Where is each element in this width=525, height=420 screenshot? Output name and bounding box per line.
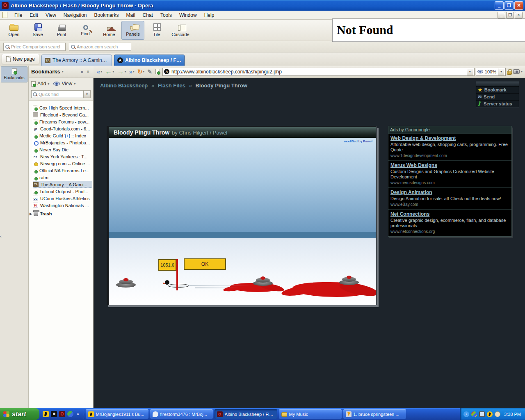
restore-button[interactable]: ❐ <box>504 1 514 10</box>
ad-title-link[interactable]: Net Connections <box>390 211 509 217</box>
menu-window[interactable]: Window <box>176 11 201 19</box>
expander-icon[interactable]: ▶ <box>30 212 32 216</box>
dropdown-icon[interactable]: ▾ <box>112 70 114 73</box>
zoom-control[interactable]: 100% ▾ <box>476 68 506 76</box>
tab-the-armory[interactable]: TA The Armory :: A Gaming C... <box>41 55 112 66</box>
ads-header-link[interactable]: Ads by Goooooogle <box>388 126 511 133</box>
bookmarks-panel-selector[interactable]: Bookmarks <box>1 66 27 82</box>
bookmark-item[interactable]: Firearms Forums - pow... <box>33 118 92 125</box>
menu-bookmarks[interactable]: Bookmarks <box>91 11 123 19</box>
ok-button[interactable]: OK <box>184 258 226 270</box>
display-tray-icon[interactable] <box>479 411 485 417</box>
rewind-button[interactable]: « ▾ <box>96 68 103 75</box>
server-status-action[interactable]: Server status <box>476 100 519 107</box>
task-mrbojangles[interactable]: MrBojangles1911's Bu... <box>86 409 148 419</box>
bookmark-item[interactable]: Official NA Firearms Le... <box>33 167 92 174</box>
tile-button[interactable]: Tile <box>145 21 168 40</box>
reload-button[interactable]: ↻ ▾ <box>137 68 146 75</box>
dropdown-icon[interactable]: ▾ <box>143 70 144 73</box>
print-button[interactable]: Print <box>50 21 73 40</box>
menu-edit[interactable]: Edit <box>26 11 42 19</box>
bookmark-item[interactable]: Filecloud - Beyond Ga... <box>33 111 92 118</box>
bookmark-item[interactable]: Medic Guild }+{ :: Index <box>33 132 92 139</box>
menu-mail[interactable]: Mail <box>123 11 139 19</box>
send-action[interactable]: ✉ Send <box>476 93 519 100</box>
amazon-searchbox[interactable] <box>69 43 131 51</box>
bookmark-item[interactable]: Cox High Speed Intern... <box>33 104 92 111</box>
panels-button[interactable]: Panels <box>121 21 144 40</box>
add-bookmark-button[interactable]: Add ▾ <box>31 81 49 87</box>
mdi-close-button[interactable]: × <box>515 12 523 18</box>
menu-file[interactable]: File <box>11 11 26 19</box>
new-page-button[interactable]: New page <box>2 54 39 64</box>
task-albino-blacksheep[interactable]: O Albino Blacksheep / Fl... <box>215 409 277 419</box>
tab-albino-blacksheep[interactable]: A Albino Blacksheep / Flash /... <box>114 55 185 66</box>
view-button[interactable]: View ▾ <box>53 81 75 87</box>
breadcrumb-link-home[interactable]: Albino Blacksheep <box>100 82 148 89</box>
ad-title-link[interactable]: Merus Web Designs <box>390 162 509 168</box>
quick-find-box[interactable] <box>31 90 84 98</box>
bookmark-item[interactable]: WWashington Nationals ... <box>33 202 92 209</box>
quick-find-input[interactable] <box>39 92 75 97</box>
task-winamp[interactable]: 1. bruce springsteen ... <box>343 409 406 419</box>
open-button[interactable]: Open <box>2 21 25 40</box>
cascade-button[interactable]: Cascade <box>169 21 192 40</box>
security-lock-icon[interactable] <box>507 71 512 75</box>
mdi-restore-button[interactable]: ❐ <box>506 12 514 18</box>
edit-page-button[interactable]: ✎ <box>146 68 153 75</box>
aim-quicklaunch-icon[interactable] <box>43 411 49 417</box>
ad-title-link[interactable]: Design Animation <box>390 189 509 195</box>
menu-navigation[interactable]: Navigation <box>60 11 91 19</box>
bookmark-item-selected[interactable]: TAThe Armory :: A Gami... <box>33 181 92 188</box>
dropdown-icon[interactable]: ▾ <box>521 70 523 73</box>
bookmark-item[interactable]: Newegg.com -- Online ... <box>33 160 92 167</box>
find-button[interactable]: Find <box>74 21 97 40</box>
forward-button[interactable]: → ▾ <box>116 68 127 76</box>
menu-help[interactable]: Help <box>201 11 218 19</box>
scheduler-tray-icon[interactable] <box>495 411 500 417</box>
bookmark-item[interactable]: ratm <box>33 174 92 181</box>
bookmark-item[interactable]: MrBojangles - Photobu... <box>33 139 92 146</box>
bookmark-item[interactable]: Tutorial Outpost - Phot... <box>33 188 92 195</box>
price-comparison-searchbox[interactable] <box>3 43 66 51</box>
address-field[interactable]: A ▾ <box>162 68 475 76</box>
tray-collapse-icon[interactable]: ‹ <box>463 411 469 417</box>
bookmark-item[interactable]: gtGood-Tutorials.com - 6... <box>33 125 92 132</box>
panel-collapse-handle[interactable]: ‹ <box>0 232 3 241</box>
dropdown-icon[interactable]: ▾ <box>124 70 126 73</box>
msn-tray-icon[interactable] <box>471 411 477 417</box>
task-firestorm[interactable]: firestorm3476 : MrBoj... <box>150 409 213 419</box>
opera-quicklaunch-icon[interactable]: O <box>59 411 65 417</box>
ad-title-link[interactable]: Web Design & Development <box>390 135 509 141</box>
back-button[interactable]: ← ▾ <box>104 68 115 76</box>
start-button[interactable]: start <box>0 408 39 420</box>
bookmark-item[interactable]: NYNew York Yankees : T... <box>33 153 92 160</box>
menu-tools[interactable]: Tools <box>157 11 176 19</box>
price-comparison-search-input[interactable] <box>11 44 60 49</box>
aim-tray-icon[interactable] <box>487 411 493 417</box>
flash-game-canvas[interactable]: modified by Pawel 1051.6 OK <box>109 138 376 305</box>
panel-close-button[interactable]: × <box>85 69 91 75</box>
panel-expand-button[interactable]: » <box>79 69 85 75</box>
home-button[interactable]: Home <box>98 21 121 40</box>
trash-item[interactable]: ▶ Trash <box>33 211 92 216</box>
msn-quicklaunch-icon[interactable] <box>67 411 73 417</box>
dropdown-icon[interactable]: ▾ <box>133 70 135 73</box>
menu-chat[interactable]: Chat <box>139 11 157 19</box>
menu-view[interactable]: View <box>42 11 60 19</box>
address-dropdown-button[interactable]: ▾ <box>467 68 473 75</box>
save-button[interactable]: Save <box>26 21 49 40</box>
bookmark-item[interactable]: Never Say Die <box>33 146 92 153</box>
quick-find-dropdown[interactable]: ▾ <box>84 90 91 98</box>
breadcrumb-link-flash[interactable]: Flash Files <box>158 82 185 89</box>
dropdown-icon[interactable]: ▾ <box>100 70 102 73</box>
panel-title-dropdown[interactable]: ▾ <box>62 70 64 73</box>
quicklaunch-overflow-button[interactable]: » <box>75 412 80 416</box>
steam-quicklaunch-icon[interactable] <box>51 411 57 417</box>
add-bookmark-icon[interactable] <box>155 69 160 74</box>
amazon-search-input[interactable] <box>77 44 126 49</box>
bookmark-action[interactable]: ★ Bookmark <box>476 86 519 93</box>
minimize-button[interactable]: _ <box>495 1 504 10</box>
zoom-dropdown-button[interactable]: ▾ <box>498 68 504 75</box>
print-preview-icon[interactable] <box>513 69 520 74</box>
